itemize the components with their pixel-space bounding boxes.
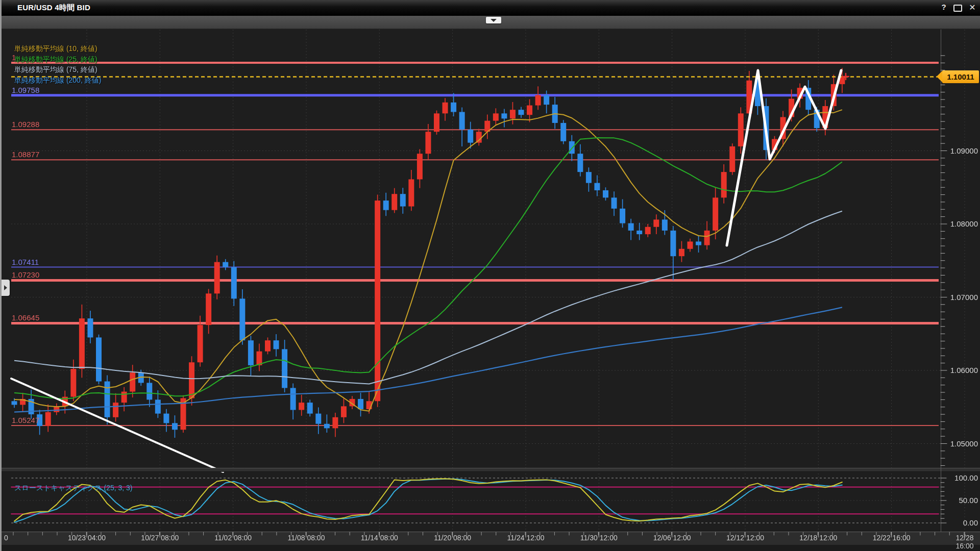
price-axis-label: 1.06000: [946, 366, 978, 374]
maximize-icon[interactable]: [953, 5, 962, 12]
time-axis-label: 12/22 16:00: [873, 534, 911, 542]
time-axis-label: 10/23 04:00: [68, 534, 106, 542]
toolbar: [0, 15, 980, 29]
price-axis-label: 1.05000: [946, 439, 978, 448]
price-line-label: 1.08877: [12, 150, 39, 159]
time-axis-label: 11/14 08:00: [361, 534, 398, 542]
window-title: EUR/USD 4時間 BID: [17, 3, 90, 13]
toolbar-collapse-button[interactable]: [486, 17, 501, 23]
current-price-tag: 1.10011: [942, 70, 979, 83]
time-axis-label: 11/02 08:00: [214, 534, 252, 542]
stoch-axis-label: 100.00: [946, 473, 978, 482]
window-left-border: [0, 0, 2, 551]
stoch-axis-label: 0.00: [946, 518, 978, 527]
title-bar: EUR/USD 4時間 BID ? ✕: [0, 0, 980, 16]
price-line-label: 1.06645: [12, 313, 39, 322]
time-axis-label: 10/27 08:00: [141, 534, 179, 542]
price-line-label: 1.05247: [12, 416, 39, 424]
sidebar-expand-tab[interactable]: [2, 280, 10, 296]
price-line-label: 1.07230: [12, 270, 39, 279]
ma-legend-item: 単純移動平均線 (10, 終値): [14, 44, 97, 54]
time-axis-label: 11/24 12:00: [507, 534, 545, 542]
time-axis-label: 12/28 16:00: [955, 534, 973, 550]
ma-legend-item: 単純移動平均線 (25, 終値): [14, 55, 97, 64]
price-line-label: 1.09758: [12, 86, 39, 94]
time-axis-label: 11/08 08:00: [288, 534, 325, 542]
stochastic-legend: スローストキャスティクス (25, 3, 3): [14, 484, 133, 493]
help-button[interactable]: ?: [938, 3, 949, 11]
price-axis-label: 1.07000: [946, 293, 978, 302]
time-axis-label: 12/06 12:00: [653, 534, 691, 542]
ma-legend-item: 単純移動平均線 (75, 終値): [14, 65, 97, 74]
price-line-label: 1.07411: [12, 258, 39, 266]
time-axis-origin: 0: [4, 534, 8, 542]
ma-legend-item: 単純移動平均線 (200, 終値): [14, 76, 101, 85]
price-line-label: 1.09288: [12, 120, 39, 129]
time-axis-label: 12/18 12:00: [799, 534, 837, 542]
time-axis-label: 11/30 12:00: [580, 534, 618, 542]
time-axis-label: 12/12 12:00: [726, 534, 764, 542]
price-axis-label: 1.09000: [946, 146, 978, 155]
time-axis-label: 11/20 08:00: [434, 534, 471, 542]
close-icon[interactable]: ✕: [967, 3, 978, 12]
stoch-axis-label: 50.00: [946, 496, 978, 505]
chart-canvas[interactable]: [0, 0, 980, 551]
price-axis-label: 1.08000: [946, 219, 978, 228]
